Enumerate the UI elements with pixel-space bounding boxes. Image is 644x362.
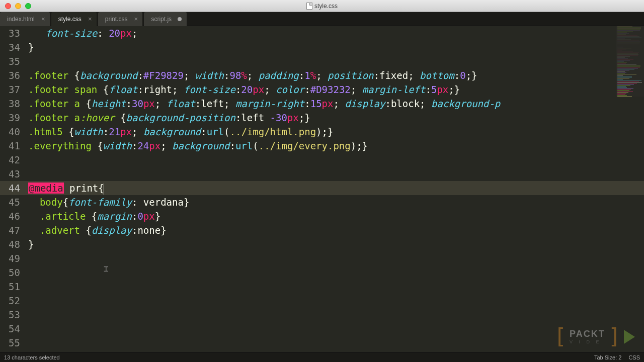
code-line[interactable] [25,294,644,308]
tab-close-icon[interactable]: × [41,17,46,22]
tab-label: print.css [105,16,128,23]
watermark-title: PACKT [570,329,605,339]
code-line[interactable]: body{font-family: verdana} [25,195,644,209]
line-number: 53 [0,308,20,322]
status-syntax[interactable]: CSS [628,354,640,360]
statusbar: 13 characters selected Tab Size: 2 CSS [0,352,644,362]
bracket-icon: ] [608,324,621,349]
file-icon [306,3,312,10]
line-number: 35 [0,54,20,68]
line-number: 43 [0,167,20,181]
code-line[interactable]: .footer a {height:30px; float:left; marg… [25,97,644,111]
line-number: 34 [0,40,20,54]
play-icon [624,330,635,344]
code-line[interactable] [25,251,644,265]
code-line[interactable]: .advert {display:none} [25,223,644,237]
code-line[interactable] [25,265,644,280]
tab-close-icon[interactable]: × [133,17,138,22]
code-line[interactable]: .article {margin:0px} [25,209,644,223]
tab-print-css[interactable]: print.css× [98,12,143,26]
code-line[interactable] [25,336,644,350]
tab-label: script.js [151,16,172,23]
window-controls [0,3,31,9]
packt-watermark: [ PACKT V I D E ] [554,324,635,349]
bracket-icon: [ [554,324,567,349]
maximize-window-button[interactable] [25,3,31,9]
status-selection: 13 characters selected [4,354,60,360]
tab-label: index.html [7,16,35,23]
window-title: style.css [306,3,338,10]
minimap[interactable] [616,26,644,97]
code-line[interactable]: .footer a:hover {background-position:lef… [25,111,644,125]
code-line[interactable]: } [25,237,644,251]
code-line[interactable]: .html5 {width:21px; background:url(../im… [25,125,644,139]
titlebar: style.css [0,0,644,12]
line-number: 39 [0,111,20,125]
minimize-window-button[interactable] [15,3,21,9]
line-number: 49 [0,251,20,265]
code-line[interactable]: } [25,40,644,54]
editor[interactable]: 3334353637383940414243444546474849505152… [0,26,644,352]
tab-index-html[interactable]: index.html× [0,12,50,26]
code-line[interactable] [25,308,644,322]
line-number: 46 [0,209,20,223]
line-number: 50 [0,265,20,280]
watermark-subtitle: V I D E [570,339,605,344]
line-number: 42 [0,153,20,167]
tab-script-js[interactable]: script.js [144,12,187,26]
gutter: 3334353637383940414243444546474849505152… [0,26,25,352]
code-line[interactable]: .footer span {float:right; font-size:20p… [25,82,644,97]
unsaved-dot-icon [178,17,182,21]
code-line[interactable] [25,54,644,68]
tab-close-icon[interactable]: × [88,17,93,22]
status-tab-size[interactable]: Tab Size: 2 [594,354,621,360]
line-number: 41 [0,139,20,153]
code-line[interactable]: @media print{ [25,181,644,195]
line-number: 36 [0,68,20,82]
tab-label: style.css [58,16,82,23]
line-number: 40 [0,125,20,139]
line-number: 54 [0,322,20,336]
line-number: 55 [0,336,20,350]
caret [104,184,104,195]
line-number: 47 [0,223,20,237]
code-line[interactable]: .footer {background:#F29829; width:98%; … [25,68,644,82]
code-area[interactable]: font-size: 20px;}.footer {background:#F2… [25,26,644,352]
line-number: 48 [0,237,20,251]
line-number: 44 [0,181,25,195]
window-title-text: style.css [314,3,338,10]
line-number: 33 [0,26,20,40]
code-line[interactable] [25,322,644,336]
close-window-button[interactable] [5,3,11,9]
tab-style-css[interactable]: style.css× [51,12,97,26]
code-line[interactable]: font-size: 20px; [25,26,644,40]
code-line[interactable] [25,280,644,294]
line-number: 51 [0,280,20,294]
code-line[interactable]: .everything {width:24px; background:url(… [25,139,644,153]
line-number: 37 [0,82,20,97]
line-number: 45 [0,195,20,209]
line-number: 38 [0,97,20,111]
code-line[interactable] [25,167,644,181]
tab-bar: index.html×style.css×print.css×script.js [0,12,644,26]
code-line[interactable] [25,153,644,167]
line-number: 52 [0,294,20,308]
